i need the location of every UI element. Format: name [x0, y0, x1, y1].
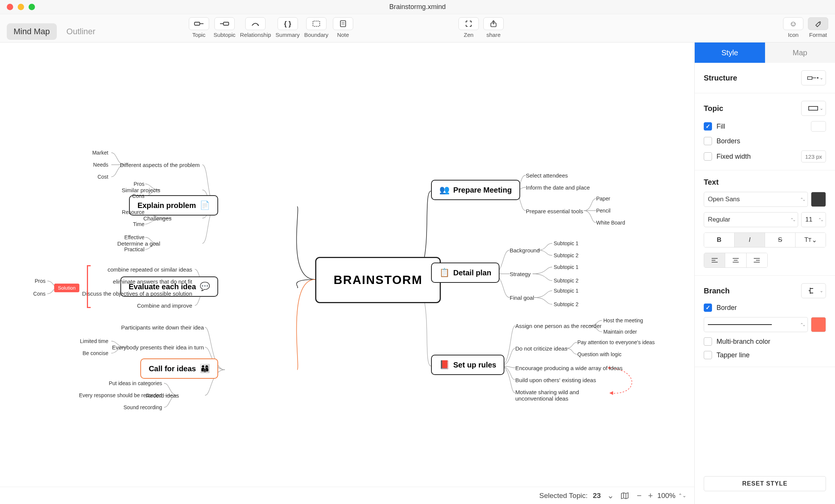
leaf[interactable]: Combine and improve [137, 302, 192, 309]
tab-mindmap[interactable]: Mind Map [7, 23, 57, 40]
leaf[interactable]: Pros [35, 278, 46, 284]
align-left-button[interactable] [704, 253, 725, 267]
leaf[interactable]: eliminate answers that do not fit [113, 278, 192, 285]
leaf[interactable]: Every response should be recorded [79, 392, 162, 398]
topic-shape-select[interactable]: ⌄ [801, 101, 826, 116]
leaf[interactable]: Encourage producing a wide array of idea… [515, 365, 622, 371]
node-prepare-meeting[interactable]: 👥Prepare Meeting [431, 180, 520, 200]
tool-zen[interactable]: Zen [458, 17, 479, 38]
fixed-width-checkbox[interactable] [704, 152, 712, 161]
tag-solution[interactable]: Solution [54, 284, 79, 292]
align-center-button[interactable] [725, 253, 746, 267]
border-color-swatch[interactable] [811, 317, 826, 332]
tool-topic[interactable]: Topic [189, 17, 209, 38]
leaf[interactable]: White Board [596, 220, 625, 226]
leaf[interactable]: Everybody presents their idea in turn [112, 344, 204, 351]
leaf[interactable]: Pros [134, 181, 144, 187]
leaf[interactable]: Host the meeting [603, 317, 643, 323]
leaf[interactable]: Different aspects of the problem [120, 162, 200, 168]
leaf[interactable]: Paper [596, 196, 610, 202]
font-weight-select[interactable]: Regular [704, 212, 798, 227]
node-center[interactable]: BRAINSTORM [315, 257, 441, 303]
font-family-select[interactable]: Open Sans [704, 192, 808, 207]
fill-color-swatch[interactable] [811, 121, 826, 132]
leaf[interactable]: Participants write down their idea [121, 324, 204, 331]
tool-subtopic[interactable]: Subtopic [214, 17, 235, 38]
zoom-dropdown[interactable]: ⌃⌄ [678, 491, 687, 500]
leaf[interactable]: Inform the date and place [526, 184, 590, 191]
tool-note[interactable]: Note [333, 17, 353, 38]
reset-style-button[interactable]: RESET STYLE [704, 476, 826, 491]
leaf[interactable]: Background [510, 247, 540, 254]
leaf[interactable]: Similar projects [121, 187, 160, 193]
selected-dropdown[interactable]: ⌄ [606, 491, 615, 500]
leaf[interactable]: Time [133, 221, 144, 227]
italic-button[interactable]: I [735, 233, 765, 247]
leaf[interactable]: Sound recording [123, 404, 162, 410]
mindmap-canvas[interactable]: BRAINSTORM 👥Prepare Meeting 📋Detail plan… [0, 43, 694, 504]
leaf[interactable]: Limited time [80, 338, 108, 344]
leaf[interactable]: Select attendees [526, 172, 568, 179]
node-call-ideas[interactable]: Call for ideas👨‍👩‍👦 [140, 358, 218, 379]
fixed-width-input[interactable] [801, 150, 826, 162]
leaf[interactable]: Resource [122, 209, 144, 215]
leaf[interactable]: Needs [93, 162, 108, 168]
tool-relationship[interactable]: Relationship [240, 17, 271, 38]
leaf[interactable]: Build upon others' existing ideas [515, 377, 596, 383]
leaf[interactable]: Cons [132, 193, 144, 199]
text-color-swatch[interactable] [811, 192, 826, 207]
tab-outliner[interactable]: Outliner [60, 23, 102, 40]
leaf[interactable]: Strategy [510, 271, 531, 277]
close-window[interactable] [7, 4, 13, 10]
leaf[interactable]: Challenges [143, 215, 172, 222]
leaf[interactable]: Subtopic 2 [554, 278, 578, 284]
leaf[interactable]: Subtopic 2 [554, 252, 578, 258]
leaf[interactable]: Determine a goal [117, 240, 160, 247]
textcase-button[interactable]: TT ⌄ [796, 233, 826, 247]
leaf[interactable]: Prepare essential tools [526, 208, 583, 214]
align-right-button[interactable] [747, 253, 767, 267]
leaf[interactable]: Cons [33, 291, 46, 297]
leaf[interactable]: Pencil [596, 208, 610, 214]
branch-style-select[interactable]: ⌄ [801, 283, 826, 298]
leaf[interactable]: Final goal [510, 295, 534, 301]
font-size-select[interactable]: 11 [801, 212, 826, 227]
leaf[interactable]: Discuss the objectives of a possible sol… [82, 290, 192, 297]
node-setup-rules[interactable]: 📕Set up rules [431, 355, 504, 375]
zoom-out-button[interactable]: − [635, 491, 644, 500]
bold-button[interactable]: B [704, 233, 735, 247]
leaf[interactable]: Assign one person as the recorder [515, 323, 601, 329]
leaf[interactable]: Market [92, 150, 108, 156]
panel-tab-map[interactable]: Map [765, 43, 835, 63]
leaf[interactable]: Cost [97, 174, 108, 180]
leaf[interactable]: Effective [124, 234, 144, 240]
multi-branch-checkbox[interactable] [704, 337, 712, 346]
leaf[interactable]: Put ideas in categories [109, 380, 162, 386]
leaf[interactable]: Pay attention to everyone's ideas [577, 339, 655, 345]
panel-tab-style[interactable]: Style [695, 43, 765, 63]
borders-checkbox[interactable] [704, 137, 712, 145]
tool-summary[interactable]: { } Summary [276, 17, 300, 38]
maximize-window[interactable] [29, 4, 35, 10]
leaf[interactable]: Subtopic 1 [554, 288, 578, 294]
tool-icon-picker[interactable]: ☺ Icon [783, 17, 803, 38]
minimize-window[interactable] [18, 4, 24, 10]
leaf[interactable]: Be concise [83, 350, 108, 356]
tool-share[interactable]: share [483, 17, 504, 38]
leaf[interactable]: combine repeated or similar ideas [108, 266, 192, 273]
leaf[interactable]: Practical [124, 246, 144, 252]
leaf[interactable]: Motivate sharing wild and unconventional… [515, 389, 609, 402]
leaf[interactable]: Question with logic [577, 351, 622, 357]
leaf[interactable]: Subtopic 2 [554, 301, 578, 307]
leaf[interactable]: Subtopic 1 [554, 240, 578, 246]
border-line-select[interactable] [704, 317, 808, 332]
leaf[interactable]: Maintain order [603, 329, 637, 335]
strike-button[interactable]: S [765, 233, 796, 247]
border-checkbox[interactable] [704, 304, 712, 312]
node-detail-plan[interactable]: 📋Detail plan [431, 263, 499, 283]
structure-select[interactable]: ⌄ [801, 70, 826, 85]
tapper-checkbox[interactable] [704, 351, 712, 359]
tool-boundary[interactable]: Boundary [304, 17, 328, 38]
leaf[interactable]: Subtopic 1 [554, 264, 578, 270]
leaf[interactable]: Do not criticize ideas [515, 345, 567, 352]
